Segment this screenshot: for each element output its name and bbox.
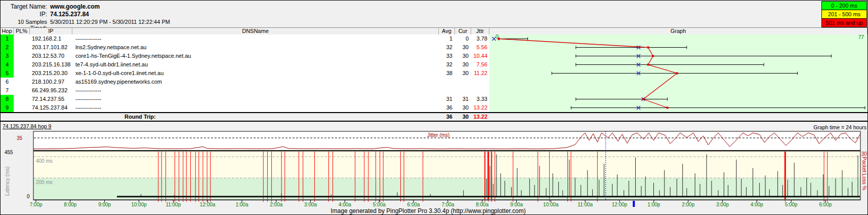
round-trip-graph-bg — [489, 112, 867, 121]
ip-label: IP: — [3, 11, 47, 18]
cell-dns: -------------- — [72, 34, 442, 43]
time-tick-label: 10:00a — [543, 202, 559, 207]
cell-avg: 33 — [439, 52, 452, 60]
hop-row-7[interactable]: 766.249.95.232-------------- — [1, 86, 868, 95]
cell-cur: 31 — [455, 95, 469, 103]
column-header-pl%: PL% — [14, 28, 30, 34]
cell-avg: 32 — [439, 60, 452, 69]
cell-hop: 7 — [1, 86, 14, 95]
cell-avg: 36 — [439, 103, 452, 112]
cell-hop: 2 — [1, 43, 14, 52]
cell-avg: 1 — [439, 34, 452, 43]
cell-hop: 4 — [1, 60, 14, 69]
cell-graph — [489, 52, 867, 60]
column-header-hop: Hop — [1, 28, 14, 34]
cell-graph — [489, 103, 867, 112]
cell-ip: 74.125.237.84 — [30, 103, 74, 112]
cell-pl — [14, 34, 30, 43]
jitter-scale-label: 35 — [17, 135, 22, 141]
latency-legend: 0 - 200 ms201 - 500 ms501 ms and up — [821, 1, 867, 27]
latency-max-label: 455 — [5, 150, 13, 155]
time-tick-label: 5:00a — [373, 202, 386, 207]
time-tick-label: 6:00a — [407, 202, 420, 207]
time-tick-label: 9:00a — [510, 202, 523, 207]
cell-avg — [439, 78, 452, 86]
legend-item-2: 501 ms and up — [821, 19, 867, 27]
legend-item-0: 0 - 200 ms — [821, 1, 867, 10]
cell-jttr: 11.22 — [471, 69, 487, 78]
cell-ip: 203.12.53.70 — [30, 52, 74, 60]
hop-row-4[interactable]: 4203.215.16.138te7-4.syd-ult-bdr1.iinet.… — [1, 60, 868, 69]
current-time-tick — [633, 201, 635, 207]
cell-jttr: 13.22 — [471, 103, 487, 112]
cell-hop: 9 — [1, 103, 14, 112]
gridline-200-label: 200 ms — [36, 180, 53, 185]
hop-row-5[interactable]: 5203.215.20.30xe-1-1-0-0.syd-ult-core1.i… — [1, 69, 868, 78]
column-header-avg: Avg — [439, 28, 455, 34]
cell-ip: 203.215.16.138 — [30, 60, 74, 69]
cell-cur: 0 — [455, 34, 469, 43]
time-tick-label: 2:00p — [682, 202, 694, 207]
hop-row-8[interactable]: 872.14.237.55--------------31313.33 — [1, 95, 868, 103]
cell-ip: 72.14.237.55 — [30, 95, 74, 103]
cell-pl — [14, 69, 30, 78]
packet-loss-max-label: 30 — [861, 151, 867, 157]
time-tick-label: 1:00a — [235, 202, 248, 207]
timeline-header-strip: 74.125.237.84 hop 9 Graph time = 24 hour… — [1, 122, 868, 131]
cell-hop: 5 — [1, 69, 14, 78]
target-name-label: Target Name: — [3, 3, 47, 10]
cell-dns: -------------- — [72, 95, 442, 103]
cell-pl — [14, 43, 30, 52]
cell-jttr: 3.33 — [471, 95, 487, 103]
packet-loss-axis-title: Packet Loss % — [861, 157, 867, 197]
time-tick-label: 7:00a — [441, 202, 454, 207]
time-tick-label: 4:00p — [751, 202, 763, 207]
cell-pl — [14, 103, 30, 112]
cell-graph — [489, 86, 867, 95]
focused-hop-link[interactable]: 74.125.237.84 hop 9 — [3, 123, 51, 129]
cell-dns: xe-1-1-0-0.syd-ult-core1.iinet.net.au — [72, 69, 442, 78]
cell-pl — [14, 86, 30, 95]
cell-jttr: 7.56 — [471, 60, 487, 69]
cell-graph — [489, 69, 867, 78]
time-tick-label: 9:00p — [98, 202, 111, 207]
cell-ip: 218.100.2.97 — [30, 78, 74, 86]
samples-value: 5/30/2011 12:20:29 PM - 5/30/2011 12:22:… — [50, 19, 170, 25]
hop-row-9[interactable]: 974.125.237.84--------------363013.22 — [1, 103, 868, 112]
pingplotter-window: Target Name: www.google.com IP: 74.125.2… — [0, 0, 868, 215]
hop-row-3[interactable]: 3203.12.53.70core1-hs-TenGigE-4-1.Sydney… — [1, 52, 868, 60]
cell-ip: 203.215.20.30 — [30, 69, 74, 78]
graph-time-label: Graph time = 24 hours — [813, 124, 866, 130]
cell-cur: 30 — [455, 52, 469, 60]
hop-row-1[interactable]: 1192.168.2.1--------------103.78 — [1, 34, 868, 43]
hop-row-2[interactable]: 2203.17.101.82lns2.Sydney.netspace.net.a… — [1, 43, 868, 52]
cell-pl — [14, 52, 30, 60]
time-tick-label: 4:00a — [339, 202, 351, 207]
cell-hop: 6 — [1, 78, 14, 86]
cell-dns: -------------- — [72, 86, 442, 95]
cell-graph — [489, 95, 867, 103]
cell-avg: 31 — [439, 95, 452, 103]
time-tick-label: 6:00p — [819, 202, 832, 207]
column-header-cur: Cur — [455, 28, 471, 34]
round-trip-label: Round Trip: — [125, 113, 156, 121]
zone-green — [33, 178, 860, 199]
hop-row-6[interactable]: 6218.100.2.97as15169.sydney.pipenetworks… — [1, 78, 868, 86]
zone-yellow — [33, 151, 860, 178]
cell-graph — [489, 60, 867, 69]
column-header-dnsname: DNSName — [72, 28, 439, 34]
cell-dns: -------------- — [72, 103, 442, 112]
cell-cur: 30 — [455, 60, 469, 69]
cell-graph — [489, 78, 867, 86]
time-tick-label: 3:00a — [304, 202, 317, 207]
cell-jttr — [471, 86, 487, 95]
latency-min-label: 0 — [27, 194, 30, 199]
cell-ip: 203.17.101.82 — [30, 43, 74, 52]
legend-item-1: 201 - 500 ms — [821, 10, 867, 19]
cell-ip: 66.249.95.232 — [30, 86, 74, 95]
cell-jttr: 10.44 — [471, 52, 487, 60]
cell-avg — [439, 86, 452, 95]
cell-jttr: 3.78 — [471, 34, 487, 43]
cell-pl — [14, 95, 30, 103]
cell-cur: 30 — [455, 69, 469, 78]
